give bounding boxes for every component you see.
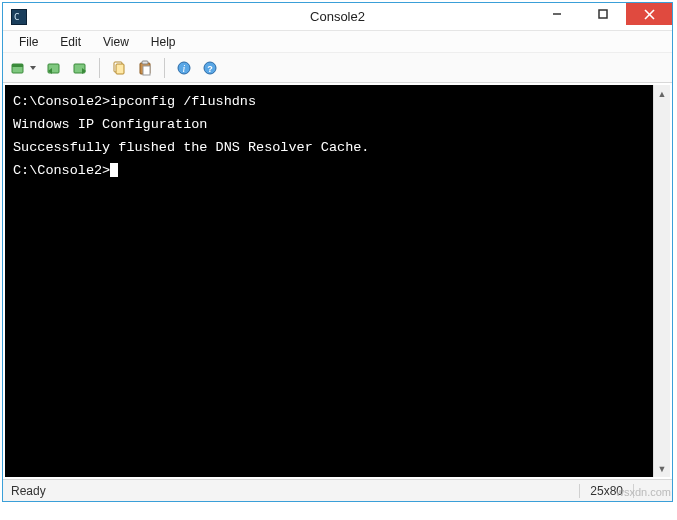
svg-text:?: ? xyxy=(207,63,213,73)
paste-button[interactable] xyxy=(134,57,156,79)
command-text: ipconfig /flushdns xyxy=(110,94,256,109)
minimize-button[interactable] xyxy=(534,3,580,25)
prev-tab-icon xyxy=(46,60,62,76)
terminal[interactable]: C:\Console2>ipconfig /flushdnsWindows IP… xyxy=(5,85,670,477)
status-right: 25x80 xyxy=(579,484,664,498)
next-tab-icon xyxy=(72,60,88,76)
info-icon: i xyxy=(176,60,192,76)
prompt: C:\Console2> xyxy=(13,163,110,178)
close-button[interactable] xyxy=(626,3,672,25)
status-text: Ready xyxy=(11,484,46,498)
prev-tab-button[interactable] xyxy=(43,57,65,79)
next-tab-button[interactable] xyxy=(69,57,91,79)
svg-rect-14 xyxy=(142,61,148,64)
help-icon: ? xyxy=(202,60,218,76)
svg-text:i: i xyxy=(183,63,186,74)
menu-edit[interactable]: Edit xyxy=(50,33,91,51)
svg-rect-12 xyxy=(116,64,124,74)
svg-rect-6 xyxy=(12,64,23,67)
copy-icon xyxy=(111,60,127,76)
status-size: 25x80 xyxy=(579,484,633,498)
cursor xyxy=(110,163,118,177)
terminal-container: C:\Console2>ipconfig /flushdnsWindows IP… xyxy=(3,83,672,479)
terminal-line: Successfully flushed the DNS Resolver Ca… xyxy=(13,137,662,160)
status-empty xyxy=(633,484,664,498)
info-button[interactable]: i xyxy=(173,57,195,79)
toolbar-separator xyxy=(99,58,100,78)
titlebar[interactable]: C Console2 xyxy=(3,3,672,31)
scroll-down-icon[interactable]: ▼ xyxy=(654,460,670,477)
menu-file[interactable]: File xyxy=(9,33,48,51)
new-tab-button[interactable] xyxy=(9,57,39,79)
app-window: C Console2 File Edit View Help xyxy=(2,2,673,502)
prompt: C:\Console2> xyxy=(13,94,110,109)
svg-text:C: C xyxy=(14,12,19,22)
scroll-up-icon[interactable]: ▲ xyxy=(654,85,670,102)
menu-help[interactable]: Help xyxy=(141,33,186,51)
chevron-down-icon xyxy=(30,66,36,70)
menubar: File Edit View Help xyxy=(3,31,672,53)
help-button[interactable]: ? xyxy=(199,57,221,79)
toolbar-separator xyxy=(164,58,165,78)
scroll-track[interactable] xyxy=(654,102,670,460)
new-tab-icon xyxy=(11,60,27,76)
maximize-button[interactable] xyxy=(580,3,626,25)
statusbar: Ready 25x80 xyxy=(3,479,672,501)
app-icon: C xyxy=(11,9,27,25)
paste-icon xyxy=(137,60,153,76)
window-controls xyxy=(534,3,672,30)
menu-view[interactable]: View xyxy=(93,33,139,51)
terminal-line: Windows IP Configuration xyxy=(13,114,662,137)
copy-button[interactable] xyxy=(108,57,130,79)
vertical-scrollbar[interactable]: ▲ ▼ xyxy=(653,85,670,477)
svg-rect-2 xyxy=(599,10,607,18)
toolbar: i ? xyxy=(3,53,672,83)
svg-rect-15 xyxy=(143,66,150,75)
